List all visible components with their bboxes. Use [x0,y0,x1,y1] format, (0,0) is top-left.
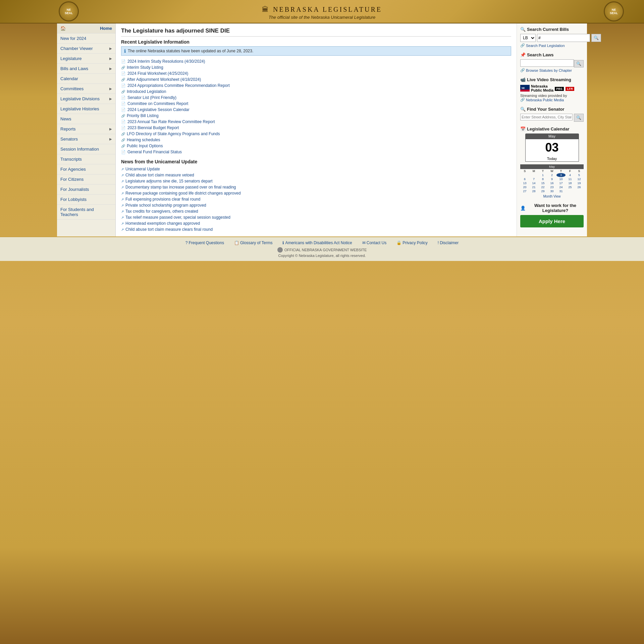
cal-day[interactable]: 22 [538,185,547,189]
link-priority-bill[interactable]: Priority Bill Listing [127,113,159,118]
cal-day[interactable]: 9 [547,177,556,181]
apply-here-button[interactable]: Apply Here [520,215,584,227]
cal-day[interactable]: 13 [520,181,529,185]
news-tax-credits[interactable]: Tax credits for caregivers, others creat… [125,209,198,214]
sidebar-item-transcripts[interactable]: Transcripts [57,154,115,164]
cal-day[interactable]: 11 [566,177,575,181]
cal-day[interactable]: 28 [529,189,538,193]
sidebar-item-bills-laws[interactable]: Bills and Laws ▶ [57,64,115,74]
bill-search-button[interactable]: 🔍 [591,34,601,42]
calendar-heading: 📅 Legislative Calendar [520,126,584,131]
cal-day[interactable]: 1 [538,173,547,177]
bill-number-input[interactable] [537,34,590,42]
news-private-school[interactable]: Private school scholarship program appro… [125,203,206,208]
sidebar-item-for-journalists[interactable]: For Journalists [57,184,115,195]
cal-day[interactable] [566,189,575,193]
cal-day[interactable]: 4 [566,173,575,177]
cal-day[interactable]: 10 [556,177,566,181]
cal-day-today[interactable]: 3 [556,173,566,177]
link-after-adj-worksheet[interactable]: After Adjournment Worksheet (4/18/2024) [127,77,201,82]
news-child-abuse-clears[interactable]: Child abuse tort claim measure clears fi… [125,227,213,232]
browse-statutes-link[interactable]: 🔗 Browse Statutes by Chapter [520,68,584,72]
cal-day[interactable]: 31 [556,189,566,193]
news-child-abuse-vetoed[interactable]: Child abuse tort claim measure vetoed [125,173,194,177]
laws-search-button[interactable]: 🔍 [574,60,584,67]
cal-day[interactable]: 16 [547,181,556,185]
sidebar-item-session-info[interactable]: Session Information [57,144,115,154]
cal-day[interactable]: 23 [547,185,556,189]
cal-day[interactable] [529,173,538,177]
sidebar-item-news[interactable]: News [57,114,115,124]
cal-day[interactable]: 8 [538,177,547,181]
sidebar-item-for-students[interactable]: For Students and Teachers [57,205,115,220]
link-senator-list[interactable]: Senator List (Print Friendly) [127,95,176,100]
cal-day[interactable]: 12 [575,177,584,181]
footer-link-contact[interactable]: ✉ Contact Us [362,240,386,245]
link-biennial-budget[interactable]: 2023 Biennial Budget Report [127,125,179,130]
link-tax-rate-review[interactable]: 2023 Annual Tax Rate Review Committee Re… [127,119,215,124]
cal-day[interactable]: 17 [556,181,566,185]
month-view-link[interactable]: Month View [520,195,584,198]
news-tax-relief[interactable]: Tax relief measure passed over, special … [125,215,230,220]
sidebar-item-calendar[interactable]: Calendar [57,74,115,84]
sidebar-item-home[interactable]: 🏠 Home [57,23,115,34]
footer-link-faq[interactable]: ? Frequent Questions [185,240,224,245]
link-committee-on-committees[interactable]: Committee on Committees Report [127,101,188,106]
footer-link-disclaimer[interactable]: ! Disclaimer [438,240,459,245]
cal-day[interactable]: 26 [575,185,584,189]
footer-link-glossary[interactable]: 📋 Glossary of Terms [234,240,272,245]
sidebar-item-legislative-divisions[interactable]: Legislative Divisions ▶ [57,94,115,104]
news-stamp-tax[interactable]: Documentary stamp tax increase passed ov… [125,185,236,190]
footer-link-privacy[interactable]: 🔒 Privacy Policy [396,240,428,245]
link-session-calendar[interactable]: 2024 Legislative Session Calendar [127,107,190,112]
cal-day[interactable]: 15 [538,181,547,185]
sidebar-item-for-lobbyists[interactable]: For Lobbyists [57,195,115,205]
news-legislature-adjourns[interactable]: Legislature adjourns sine die, 15 senato… [125,179,213,183]
sidebar-item-chamber-viewer[interactable]: Chamber Viewer ▶ [57,44,115,54]
sidebar-item-senators[interactable]: Senators ▶ [57,134,115,144]
cal-day[interactable]: 24 [556,185,566,189]
link-introduced-legislation[interactable]: Introduced Legislation [127,89,166,94]
cal-day[interactable]: 14 [529,181,538,185]
sidebar-item-reports[interactable]: Reports ▶ [57,124,115,134]
sidebar-item-legislature[interactable]: Legislature ▶ [57,54,115,64]
link-public-input[interactable]: Public Input Options [127,144,163,148]
sidebar-item-legislative-histories[interactable]: Legislative Histories [57,104,115,114]
cal-day[interactable]: 20 [520,185,529,189]
cal-day[interactable]: 6 [520,177,529,181]
cal-day[interactable]: 30 [547,189,556,193]
senator-address-input[interactable] [520,114,573,120]
cal-day[interactable] [575,189,584,193]
cal-day[interactable]: 2 [547,173,556,177]
news-unicameral-update[interactable]: Unicameral Update [125,167,160,171]
news-homestead[interactable]: Homestead exemption changes approved [125,221,200,226]
cal-day[interactable]: 7 [529,177,538,181]
footer-link-ada[interactable]: ℹ Americans with Disabilities Act Notice [282,240,352,245]
link-final-worksheet[interactable]: 2024 Final Worksheet (4/25/2024) [127,71,188,76]
link-interim-study-listing[interactable]: Interim Study Listing [127,65,163,70]
bill-type-select[interactable]: LB LR AM [520,34,536,42]
link-interim-study-res[interactable]: 2024 Interim Study Resolutions (4/30/202… [127,59,205,64]
sidebar-item-committees[interactable]: Committees ▶ [57,84,115,94]
sidebar-item-for-citizens[interactable]: For Citizens [57,174,115,184]
senator-search-button[interactable]: 🔍 [574,114,584,122]
sidebar-item-for-agencies[interactable]: For Agencies [57,164,115,174]
link-lfo-directory[interactable]: LFO Directory of State Agency Programs a… [127,131,220,136]
search-past-legislation-link[interactable]: 🔗 Search Past Legislation [520,43,584,48]
cal-day[interactable]: 27 [520,189,529,193]
cal-day[interactable]: 18 [566,181,575,185]
news-revenue-package[interactable]: Revenue package containing good life dis… [125,191,241,196]
cal-day[interactable]: 29 [538,189,547,193]
news-full-expensing[interactable]: Full expensing provisions clear final ro… [125,197,200,202]
cal-day[interactable]: 5 [575,173,584,177]
cal-day[interactable]: 19 [575,181,584,185]
cal-day[interactable] [520,173,529,177]
link-approp-committee[interactable]: 2024 Appropriations Committee Recommenda… [127,83,230,88]
cal-day[interactable]: 21 [529,185,538,189]
cal-day[interactable]: 25 [566,185,575,189]
laws-search-input[interactable] [520,59,574,67]
sidebar-item-new2024[interactable]: New for 2024 [57,34,115,44]
link-hearing-schedules[interactable]: Hearing schedules [127,138,160,142]
link-general-fund[interactable]: General Fund Financial Status [127,150,182,154]
streaming-provider-link[interactable]: 🔗 Nebraska Public Media [520,98,584,102]
